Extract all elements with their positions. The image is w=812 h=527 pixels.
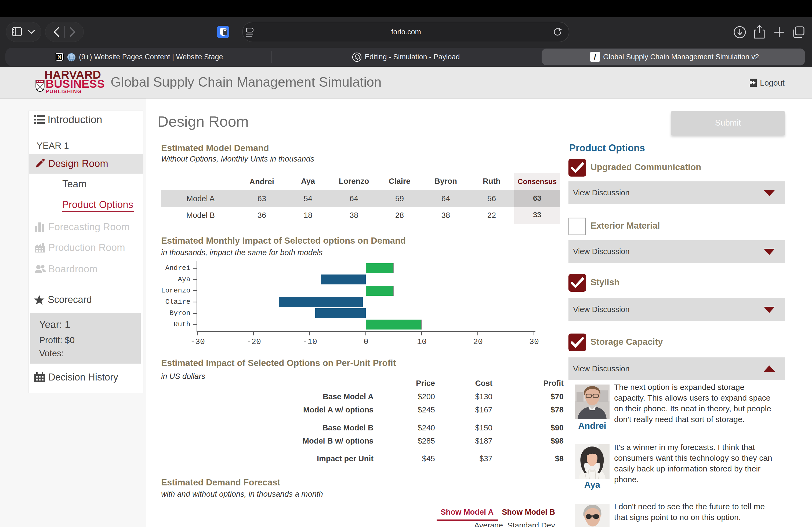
svg-text:N: N	[58, 55, 61, 60]
